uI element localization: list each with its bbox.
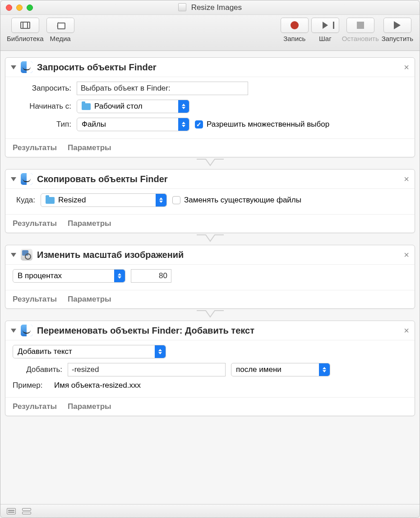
toolbar-run[interactable]: Запустить — [382, 18, 413, 42]
checkbox-icon — [172, 196, 180, 204]
disclosure-triangle[interactable] — [11, 329, 16, 333]
folder-icon — [46, 197, 55, 204]
example-value: Имя объекта-resized.xxx — [54, 381, 141, 390]
destination-select[interactable]: Resized — [41, 193, 167, 207]
window-title: Resize Images — [0, 3, 420, 12]
results-button[interactable]: Результаты — [13, 219, 57, 228]
variables-view-button[interactable] — [22, 508, 31, 514]
action-title: Переименовать объекты Finder: Добавить т… — [37, 325, 399, 336]
finder-icon — [21, 325, 32, 336]
action-title: Изменить масштаб изображений — [37, 250, 399, 260]
action-copy-finder-items: Скопировать объекты Finder × Куда: Resiz… — [5, 169, 415, 233]
preview-icon — [21, 249, 32, 261]
prompt-input[interactable] — [77, 82, 248, 95]
action-title: Скопировать объекты Finder — [37, 174, 399, 184]
document-icon — [178, 3, 186, 11]
titlebar: Resize Images — [0, 0, 420, 15]
library-icon — [20, 22, 30, 29]
connector — [5, 310, 415, 320]
checkbox-icon — [195, 120, 203, 128]
finder-icon — [21, 61, 32, 73]
add-text-input[interactable] — [68, 363, 226, 376]
action-scale-images: Изменить масштаб изображений × В процент… — [5, 245, 415, 309]
chevron-updown-icon — [114, 270, 125, 282]
options-button[interactable]: Параметры — [68, 295, 111, 304]
start-at-select[interactable]: Рабочий стол — [77, 100, 189, 113]
finder-icon — [21, 173, 32, 185]
chevron-updown-icon — [155, 345, 166, 358]
remove-action-button[interactable]: × — [404, 174, 409, 184]
bottom-bar — [0, 504, 420, 518]
disclosure-triangle[interactable] — [11, 177, 16, 181]
connector — [5, 158, 415, 168]
results-button[interactable]: Результаты — [13, 143, 57, 152]
rename-mode-select[interactable]: Добавить текст — [13, 345, 166, 358]
toolbar-stop: Остановить — [342, 18, 379, 42]
to-label: Куда: — [13, 196, 35, 205]
chevron-updown-icon — [178, 100, 189, 113]
position-select[interactable]: после имени — [231, 363, 330, 376]
disclosure-triangle[interactable] — [11, 65, 16, 69]
start-at-label: Начинать с: — [13, 102, 71, 111]
replace-existing-checkbox[interactable]: Заменять существующие файлы — [172, 196, 301, 205]
scale-value-input[interactable] — [131, 269, 171, 283]
toolbar-step[interactable]: Шаг — [311, 18, 339, 42]
example-label: Пример: — [13, 381, 49, 390]
toolbar-media[interactable]: Медиа — [46, 18, 74, 42]
chevron-updown-icon — [156, 194, 166, 206]
prompt-label: Запросить: — [13, 84, 71, 93]
remove-action-button[interactable]: × — [404, 62, 409, 73]
toolbar-library[interactable]: Библиотека — [7, 18, 44, 42]
play-icon — [394, 21, 401, 29]
chevron-updown-icon — [319, 363, 330, 376]
toolbar-record[interactable]: Запись — [281, 18, 309, 42]
remove-action-button[interactable]: × — [404, 250, 409, 260]
disclosure-triangle[interactable] — [11, 253, 16, 257]
type-label: Тип: — [13, 120, 71, 129]
log-view-button[interactable] — [7, 508, 16, 514]
action-title: Запросить объекты Finder — [37, 62, 399, 73]
record-icon — [291, 21, 299, 29]
options-button[interactable]: Параметры — [68, 402, 111, 411]
options-button[interactable]: Параметры — [68, 219, 111, 228]
media-icon — [55, 21, 65, 29]
folder-icon — [82, 103, 91, 110]
scale-mode-select[interactable]: В процентах — [13, 269, 125, 283]
workflow-canvas[interactable]: Запросить объекты Finder × Запросить: На… — [0, 51, 420, 504]
window-title-text: Resize Images — [191, 3, 242, 12]
action-rename-finder-items: Переименовать объекты Finder: Добавить т… — [5, 321, 415, 416]
options-button[interactable]: Параметры — [68, 143, 111, 152]
toolbar: Библиотека Медиа Запись Шаг Остановить З… — [0, 15, 420, 51]
action-ask-finder-items: Запросить объекты Finder × Запросить: На… — [5, 57, 415, 157]
stop-icon — [357, 22, 364, 29]
connector — [5, 234, 415, 244]
add-label: Добавить: — [13, 365, 62, 374]
chevron-updown-icon — [178, 118, 189, 131]
results-button[interactable]: Результаты — [13, 402, 57, 411]
remove-action-button[interactable]: × — [404, 325, 409, 336]
type-select[interactable]: Файлы — [77, 118, 189, 131]
results-button[interactable]: Результаты — [13, 295, 57, 304]
allow-multiple-checkbox[interactable]: Разрешить множественный выбор — [195, 120, 329, 129]
step-icon — [323, 22, 328, 29]
